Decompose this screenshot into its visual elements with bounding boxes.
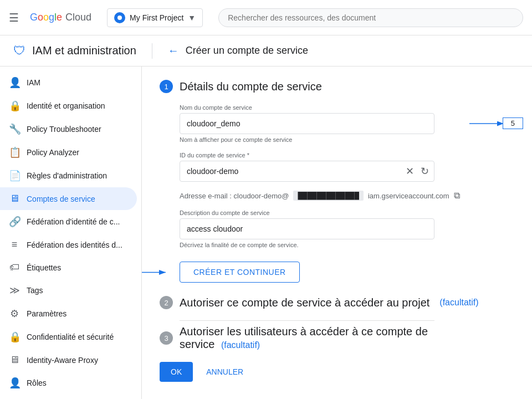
sidebar-item-iam[interactable]: 👤 IAM: [0, 71, 137, 94]
sidebar-item-label: IAM: [27, 78, 40, 87]
bottom-actions: OK ANNULER: [160, 362, 514, 382]
header-divider: [152, 43, 152, 59]
step1-header: 1 Détails du compte de service: [160, 80, 514, 93]
field-id-label: ID du compte de service *: [180, 152, 514, 158]
email-domain-text: iam.gserviceaccount.com: [368, 192, 449, 200]
logo-cloud-text: Cloud: [65, 12, 91, 23]
sidebar-item-label: Rôles: [27, 378, 47, 387]
sidebar-item-label: Étiquettes: [27, 263, 61, 272]
annotation-5-arrow: [469, 118, 503, 129]
analyzer-icon: 📋: [9, 146, 20, 158]
regles-icon: 📄: [9, 170, 20, 182]
sidebar-item-label: Confidentialité et sécurité: [27, 332, 114, 341]
etiquettes-icon: 🏷: [9, 262, 20, 273]
step1-badge: 1: [160, 80, 173, 93]
field-id-group: ID du compte de service * ✕ ↻: [180, 152, 514, 182]
shield-icon: 🛡: [13, 44, 25, 58]
google-cloud-logo: Google Cloud: [30, 12, 91, 23]
email-row: Adresse e-mail : cloudoor-demo@ ████████…: [180, 191, 514, 201]
field-name-input[interactable]: [180, 113, 434, 134]
project-selector[interactable]: My First Project ▼: [107, 8, 203, 27]
confidentialite-icon: 🔒: [9, 331, 20, 343]
annotation-6-arrow: [142, 267, 170, 278]
logo-google: Google: [30, 12, 62, 23]
sidebar: 👤 IAM 🔒 Identité et organisation 🔧 Polic…: [0, 66, 142, 399]
step3-title: Autoriser les utilisateurs à accéder à c…: [180, 325, 428, 351]
sidebar-item-comptes-service[interactable]: 🖥 Comptes de service: [0, 187, 137, 210]
field-desc-group: Description du compte de service Décrive…: [180, 209, 514, 248]
chevron-down-icon: ▼: [188, 13, 196, 22]
sidebar-item-label: Paramètres: [27, 309, 66, 318]
annotation-5-box: 5: [503, 117, 523, 129]
section-header: 🛡 IAM et administration ← Créer un compt…: [0, 35, 532, 66]
federation2-icon: ≡: [9, 239, 20, 250]
sidebar-item-tags[interactable]: ≫ Tags: [0, 279, 137, 302]
creer-btn-wrapper: 6 CRÉER ET CONTINUER: [180, 262, 300, 283]
iam-icon: 👤: [9, 76, 20, 89]
copy-email-button[interactable]: ⧉: [454, 191, 460, 201]
sidebar-item-policy-analyzer[interactable]: 📋 Policy Analyzer: [0, 141, 137, 164]
sidebar-item-policy-troubleshooter[interactable]: 🔧 Policy Troubleshooter: [0, 117, 137, 141]
cancel-button[interactable]: ANNULER: [197, 362, 252, 382]
sidebar-item-federation-identite[interactable]: 🔗 Fédération d'identité de c...: [0, 210, 137, 233]
federation-icon: 🔗: [9, 216, 20, 228]
back-button[interactable]: ←: [168, 44, 179, 57]
sidebar-item-roles[interactable]: 👤 Rôles: [0, 371, 137, 395]
field-name-hint: Nom à afficher pour ce compte de service: [180, 136, 468, 143]
field-id-wrapper: ✕ ↻: [180, 161, 434, 182]
sidebar-item-regles[interactable]: 📄 Règles d'administration: [0, 164, 137, 187]
field-desc-label: Description du compte de service: [180, 209, 514, 216]
roles-icon: 👤: [9, 377, 20, 389]
sidebar-item-etiquettes[interactable]: 🏷 Étiquettes: [0, 256, 137, 279]
field-desc-input[interactable]: [180, 218, 434, 239]
sidebar-item-identite[interactable]: 🔒 Identité et organisation: [0, 94, 137, 117]
search-input[interactable]: [218, 8, 523, 27]
main-layout: 👤 IAM 🔒 Identité et organisation 🔧 Polic…: [0, 66, 532, 399]
field-name-label: Nom du compte de service: [180, 104, 468, 111]
menu-icon[interactable]: ☰: [9, 11, 19, 24]
step2-divider: [180, 320, 434, 321]
ok-button[interactable]: OK: [160, 362, 193, 382]
step2-header: 2 Autoriser ce compte de service à accéd…: [160, 296, 514, 309]
creer-continuer-button[interactable]: CRÉER ET CONTINUER: [180, 262, 300, 283]
step3-section: 3 Autoriser les utilisateurs à accéder à…: [160, 325, 514, 351]
step2-subtitle: (facultatif): [439, 298, 478, 308]
annotation-6-wrapper: 6: [142, 267, 170, 278]
sidebar-item-gerer-ressources[interactable]: 🖥 Gérer les ressources: [0, 395, 137, 399]
step1-form: Nom du compte de service 5 Nom à affic: [180, 104, 514, 283]
step1-title: Détails du compte de service: [180, 80, 322, 93]
field-desc-hint: Décrivez la finalité de ce compte de ser…: [180, 242, 514, 248]
sidebar-item-label: Comptes de service: [27, 195, 95, 203]
sidebar-item-label: Identité et organisation: [27, 101, 105, 110]
topbar: ☰ Google Cloud My First Project ▼: [0, 0, 532, 35]
breadcrumb-text: Créer un compte de service: [186, 45, 308, 57]
sidebar-item-identity-aware[interactable]: 🖥 Identity-Aware Proxy: [0, 349, 137, 371]
sidebar-item-federation-identites[interactable]: ≡ Fédération des identités d...: [0, 233, 137, 256]
parametres-icon: ⚙: [9, 308, 20, 320]
field-id-actions: ✕ ↻: [405, 164, 430, 178]
section-title: IAM et administration: [32, 44, 136, 57]
sidebar-item-confidentialite[interactable]: 🔒 Confidentialité et sécurité: [0, 325, 137, 349]
tags-icon: ≫: [9, 284, 20, 296]
clear-id-button[interactable]: ✕: [405, 164, 415, 178]
sidebar-item-label: Tags: [27, 286, 43, 295]
sidebar-item-label: Fédération d'identité de c...: [27, 217, 120, 226]
project-dot: [114, 12, 125, 23]
sidebar-item-parametres[interactable]: ⚙ Paramètres: [0, 302, 137, 325]
field-id-input[interactable]: [180, 161, 434, 182]
refresh-id-button[interactable]: ↻: [420, 164, 430, 178]
step3-header: 3 Autoriser les utilisateurs à accéder à…: [160, 325, 514, 351]
email-domain-badge: █████████████: [293, 191, 364, 201]
step2-section: 2 Autoriser ce compte de service à accéd…: [160, 296, 514, 321]
field-name-group: Nom du compte de service 5 Nom à affic: [180, 104, 468, 143]
content-area: 1 Détails du compte de service Nom du co…: [142, 66, 532, 399]
identity-aware-icon: 🖥: [9, 354, 20, 366]
troubleshooter-icon: 🔧: [9, 123, 20, 135]
step3-subtitle: (facultatif): [221, 340, 260, 350]
identite-icon: 🔒: [9, 100, 20, 112]
step2-badge: 2: [160, 296, 173, 309]
sidebar-item-label: Règles d'administration: [27, 171, 107, 180]
comptes-icon: 🖥: [9, 193, 20, 204]
sidebar-item-label: Policy Analyzer: [27, 148, 79, 157]
sidebar-item-label: Identity-Aware Proxy: [27, 356, 98, 365]
